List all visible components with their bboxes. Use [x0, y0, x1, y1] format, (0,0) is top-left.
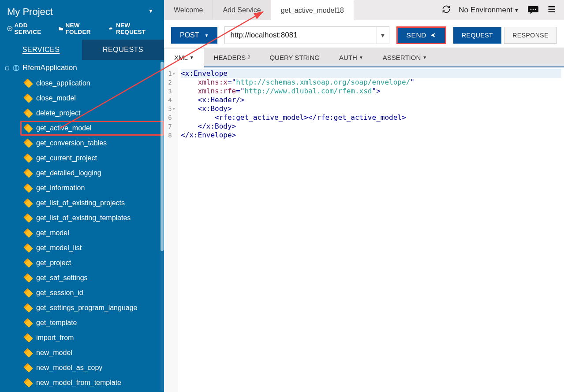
operation-item[interactable]: close_model	[20, 91, 164, 106]
operation-item[interactable]: new_model	[20, 345, 164, 360]
code-area[interactable]: <x:Envelope xmlns:x="http://schemas.xmls…	[178, 67, 564, 392]
operation-item[interactable]: new_model_from_template	[20, 375, 164, 390]
operation-item[interactable]: import_from	[20, 330, 164, 345]
comment-icon[interactable]	[527, 6, 539, 15]
operation-label: new_model	[36, 349, 72, 357]
tab-bar: WelcomeAdd Serviceget_active_model18 No …	[164, 0, 564, 20]
operation-item[interactable]: delete_project	[20, 106, 164, 121]
operation-item[interactable]: get_saf_settings	[20, 270, 164, 285]
operation-label: get_information	[36, 184, 85, 192]
operation-item[interactable]: new_model_as_copy	[20, 360, 164, 375]
operation-icon	[25, 229, 32, 237]
subtab-headers-label: HEADERS	[214, 54, 246, 61]
subtab-xml[interactable]: XML ▼	[164, 48, 204, 67]
new-folder-button[interactable]: NEW FOLDER	[58, 22, 103, 35]
operation-item[interactable]: get_settings_program_language	[20, 300, 164, 315]
operation-item[interactable]: get_project	[20, 255, 164, 270]
tab-requests[interactable]: REQUESTS	[82, 40, 164, 60]
send-button[interactable]: SEND	[396, 26, 446, 44]
folder-plus-icon	[58, 26, 64, 32]
operation-label: new_model_as_copy	[36, 364, 102, 372]
code-editor[interactable]: 1 ▼2 3 4 5 ▼6 7 8 <x:Envelope xmlns:x="h…	[164, 67, 564, 392]
operation-item[interactable]: get_active_model	[20, 121, 164, 136]
operation-item[interactable]: get_list_of_existing_templates	[20, 211, 164, 226]
caret-down-icon: ▼	[422, 55, 427, 60]
operation-label: get_model	[36, 229, 69, 237]
svg-point-4	[533, 8, 534, 10]
operation-icon	[25, 259, 32, 266]
operation-icon	[25, 125, 32, 132]
operation-label: get_project	[36, 259, 71, 267]
content-tab[interactable]: Add Service	[213, 0, 271, 20]
line-gutter: 1 ▼2 3 4 5 ▼6 7 8	[164, 67, 178, 392]
operation-icon	[25, 349, 32, 356]
new-request-button[interactable]: NEW REQUEST	[108, 22, 157, 35]
operation-item[interactable]: get_detailed_logging	[20, 166, 164, 181]
operation-item[interactable]: get_session_id	[20, 285, 164, 300]
operation-icon	[25, 304, 32, 311]
collapse-icon[interactable]: ▢	[4, 65, 10, 71]
operation-icon	[25, 379, 32, 386]
method-selector[interactable]: POST ▼	[171, 27, 217, 44]
caret-down-icon: ▼	[514, 7, 519, 13]
project-title-label: My Project	[7, 6, 53, 18]
content-tab[interactable]: get_active_model18	[271, 0, 354, 20]
operation-item[interactable]: get_model	[20, 226, 164, 240]
operation-item[interactable]: get_template	[20, 315, 164, 330]
tab-request[interactable]: REQUEST	[453, 27, 501, 44]
menu-icon[interactable]	[547, 5, 556, 15]
operation-item[interactable]: get_list_of_existing_projects	[20, 196, 164, 211]
subtab-headers[interactable]: HEADERS 2	[204, 48, 260, 67]
add-service-button[interactable]: ADD SERVICE	[7, 22, 52, 35]
scrollbar-thumb[interactable]	[161, 62, 164, 251]
service-name: RfemApplication	[22, 63, 77, 72]
environment-label: No Environment	[459, 6, 512, 15]
caret-down-icon: ▼	[205, 33, 209, 38]
subtab-assertion-label: ASSERTION	[383, 54, 421, 61]
operation-icon	[25, 80, 32, 87]
project-title[interactable]: My Project	[7, 6, 157, 18]
operation-label: get_saf_settings	[36, 274, 88, 282]
subtab-query-label: QUERY STRING	[269, 54, 320, 61]
subtab-auth-label: AUTH	[339, 54, 357, 61]
operation-item[interactable]: get_model_list	[20, 240, 164, 255]
svg-point-5	[535, 8, 536, 10]
tab-label: Welcome	[174, 6, 203, 14]
content-tab[interactable]: Welcome	[164, 0, 213, 20]
subtab-auth[interactable]: AUTH ▼	[329, 48, 373, 67]
refresh-icon[interactable]	[442, 5, 451, 15]
environment-selector[interactable]: No Environment ▼	[459, 6, 519, 15]
subtab-query[interactable]: QUERY STRING	[260, 48, 329, 67]
service-node[interactable]: ▢ RfemApplication	[4, 62, 164, 74]
operation-icon	[25, 95, 32, 102]
operation-icon	[25, 155, 32, 162]
send-label: SEND	[407, 31, 426, 39]
operation-item[interactable]: get_current_project	[20, 151, 164, 166]
send-icon	[430, 32, 436, 38]
reply-icon	[108, 26, 114, 32]
operation-icon	[25, 244, 32, 251]
main-panel: WelcomeAdd Serviceget_active_model18 No …	[164, 0, 564, 392]
operation-item[interactable]: close_application	[20, 76, 164, 91]
tab-services[interactable]: SERVICES	[0, 40, 82, 60]
tab-response[interactable]: RESPONSE	[504, 27, 557, 44]
tab-requests-label: REQUESTS	[103, 46, 143, 53]
globe-icon	[12, 64, 20, 72]
operation-icon	[25, 170, 32, 177]
operation-label: get_conversion_tables	[36, 139, 107, 147]
url-input[interactable]	[225, 31, 376, 40]
operation-label: new_model_from_template	[36, 379, 121, 387]
tab-services-label: SERVICES	[22, 46, 60, 53]
operation-item[interactable]: get_information	[20, 181, 164, 196]
url-history-caret[interactable]: ▼	[377, 27, 389, 44]
operation-label: get_template	[36, 319, 77, 327]
operation-label: get_model_list	[36, 244, 82, 252]
add-service-label: ADD SERVICE	[15, 22, 52, 35]
subtab-assertion[interactable]: ASSERTION ▼	[373, 48, 437, 67]
operation-item[interactable]: get_conversion_tables	[20, 136, 164, 151]
project-menu-caret-icon[interactable]: ▼	[148, 8, 153, 14]
operation-icon	[25, 140, 32, 147]
tab-request-label: REQUEST	[462, 32, 493, 39]
sidebar-scrollbar[interactable]	[161, 62, 164, 391]
tab-label: Add Service	[223, 6, 261, 14]
